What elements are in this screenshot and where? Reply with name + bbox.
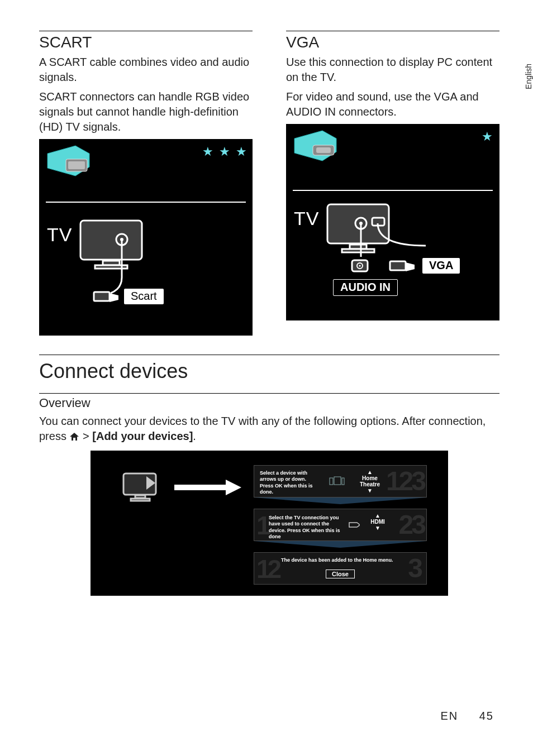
footer-page-number: 45 — [479, 710, 494, 722]
scart-rating-stars: ★ ★ ★ — [202, 145, 248, 159]
svg-marker-33 — [254, 497, 427, 504]
onscreen-wizard-figure: Select a device with arrows up or down. … — [91, 451, 448, 596]
vga-p2: For video and sound, use the VGA and AUD… — [286, 89, 499, 119]
wizard-close-button[interactable]: Close — [326, 570, 355, 578]
svg-rect-26 — [135, 495, 145, 498]
hdmi-plug-icon — [348, 520, 360, 529]
wizard-step2-text: Select the TV connection you have used t… — [269, 515, 344, 540]
divider — [39, 393, 499, 394]
scart-p2: SCART connectors can handle RGB video si… — [39, 89, 253, 135]
scart-heading: SCART — [39, 34, 253, 51]
chevron-down-icon — [254, 497, 427, 504]
chevron-down-icon — [254, 541, 427, 548]
scart-connector-icon — [45, 143, 95, 183]
vga-rating-stars: ★ — [482, 130, 494, 144]
svg-rect-31 — [334, 477, 341, 485]
svg-rect-28 — [174, 485, 226, 490]
vga-port-label: VGA — [422, 258, 460, 274]
svg-rect-12 — [316, 147, 331, 153]
svg-rect-2 — [68, 161, 85, 169]
vga-tv-label: TV — [294, 208, 319, 229]
scart-diagram: ★ ★ ★ TV — [39, 139, 253, 336]
svg-marker-23 — [406, 262, 415, 271]
chevron-up-icon: ▲ — [366, 513, 389, 519]
chevron-up-icon: ▲ — [353, 469, 387, 475]
language-side-tab: English — [524, 61, 533, 92]
scart-p1: A SCART cable combines video and audio s… — [39, 55, 253, 85]
wizard-bg-number-3: 3 — [408, 553, 423, 583]
svg-marker-34 — [254, 541, 427, 548]
home-icon — [69, 430, 79, 445]
scart-port-label: Scart — [124, 289, 164, 304]
device-glyph-icon — [329, 476, 345, 486]
wizard-bg-number-123: 123 — [386, 466, 424, 496]
wizard-bg-number-23: 23 — [399, 509, 424, 540]
scart-plug-icon — [93, 289, 121, 304]
overview-paragraph: You can connect your devices to the TV w… — [39, 414, 499, 445]
wizard-step1-text: Select a device with arrows up or down. … — [260, 470, 321, 495]
tv-front-icon — [122, 472, 161, 503]
vga-plug-icon — [389, 258, 417, 274]
divider — [39, 31, 253, 31]
wizard-step3-text: The device has been added to the Home me… — [281, 557, 404, 563]
connect-devices-heading: Connect devices — [39, 360, 499, 383]
chevron-down-icon: ▼ — [353, 487, 387, 494]
arrow-right-icon — [174, 480, 241, 495]
wizard-step1-choice: Home Theatre — [353, 475, 387, 487]
svg-rect-30 — [330, 478, 333, 485]
svg-point-21 — [359, 265, 360, 266]
wizard-bg-number-12: 12 — [256, 554, 278, 584]
overview-text-d: . — [193, 430, 196, 442]
audio-jack-icon — [351, 258, 372, 274]
divider — [286, 31, 499, 31]
svg-rect-27 — [131, 499, 150, 501]
chevron-down-icon: ▼ — [366, 525, 389, 531]
overview-text-c: [Add your devices] — [92, 430, 193, 442]
audio-in-port-label: AUDIO IN — [333, 279, 398, 296]
wizard-step2-choice: HDMI — [366, 519, 389, 525]
vga-p1: Use this connection to display PC conten… — [286, 55, 499, 85]
page-footer: EN 45 — [440, 710, 494, 722]
svg-marker-9 — [110, 293, 118, 302]
scart-tv-label: TV — [47, 224, 72, 246]
divider — [39, 355, 499, 355]
overview-text-b: > — [83, 430, 92, 442]
footer-language: EN — [440, 710, 458, 722]
vga-heading: VGA — [286, 34, 499, 51]
svg-rect-32 — [342, 478, 344, 485]
vga-connector-icon — [292, 128, 342, 168]
svg-rect-8 — [94, 292, 110, 301]
vga-diagram: ★ TV — [286, 124, 499, 320]
overview-heading: Overview — [39, 396, 499, 410]
svg-rect-22 — [390, 261, 406, 270]
svg-marker-29 — [226, 480, 241, 495]
